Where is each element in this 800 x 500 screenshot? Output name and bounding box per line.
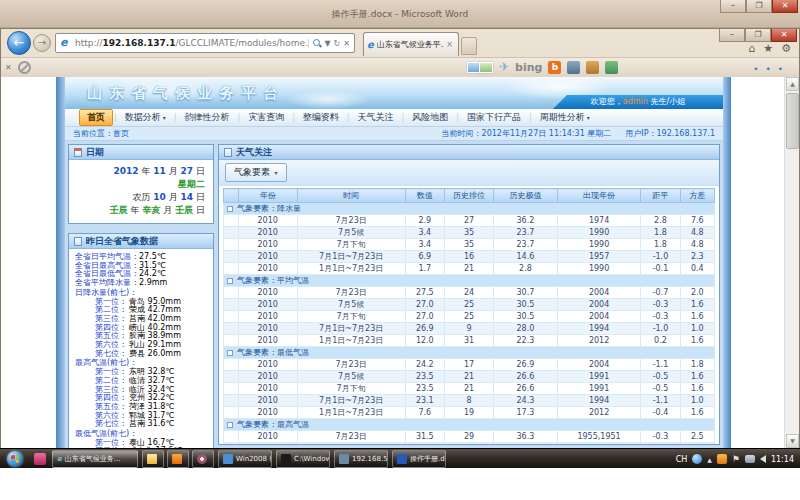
ie-close-button[interactable]: ✕ [771, 29, 797, 42]
webcam-icon[interactable] [567, 61, 580, 74]
nav-item-4[interactable]: 灾害查询 [241, 110, 291, 125]
table-row[interactable]: 20107月5候27.02530.52004-0.31.6 [224, 299, 715, 311]
taskbar-window-button[interactable]: Win2008 (VS2... [218, 450, 272, 468]
refresh-icon[interactable]: ↻ [334, 39, 341, 48]
speaker-icon[interactable] [760, 455, 766, 463]
chevron-down-icon: ▾ [163, 114, 166, 121]
element-dropdown-button[interactable]: 气象要素 ▾ [225, 163, 287, 182]
window-icon [339, 454, 349, 464]
taskbar-app-icon[interactable] [34, 453, 46, 465]
tray-expand-icon[interactable]: ▲ [707, 456, 712, 463]
nav-item-9[interactable]: 周期性分析▾ [533, 110, 597, 125]
back-button[interactable]: ← [7, 31, 31, 55]
nav-item-3[interactable]: 韵律性分析 [177, 110, 236, 125]
column-header: 时间 [297, 189, 405, 203]
new-tab-button[interactable] [461, 37, 477, 55]
table-row[interactable]: 20107月5候3.43523.719901.84.8 [224, 227, 715, 239]
taskbar-ie-button[interactable]: e 山东省气候业务... [52, 450, 138, 468]
nav-separator: | [174, 113, 177, 122]
scroll-down-icon[interactable]: ▼ [786, 434, 799, 448]
nav-item-7[interactable]: 风险地图 [405, 110, 455, 125]
column-header: 方差 [680, 189, 714, 203]
ie-icon: e [57, 455, 62, 463]
table-row[interactable]: 20107月5候23.52126.61991-0.51.6 [224, 371, 715, 383]
table-row[interactable]: 20107月1日~7月23日23.1824.31994-1.11.0 [224, 395, 715, 407]
table-row[interactable]: 20107月5候31.42535.31951-0.31.9 [224, 443, 715, 446]
start-button[interactable] [7, 451, 23, 467]
ie-minimize-button[interactable]: – [719, 29, 745, 42]
nav-item-1[interactable]: 首页 [79, 109, 113, 126]
taskbar: e 山东省气候业务... Win2008 (VS2...C:\Windows\s… [0, 448, 800, 468]
people-icon[interactable] [605, 61, 618, 74]
word-close-button[interactable]: ✕ [772, 0, 798, 13]
tab-title[interactable]: 山东省气候业务平... [377, 39, 445, 50]
nav-separator: | [529, 113, 532, 122]
window-icon [281, 454, 291, 464]
tray-update-icon[interactable] [717, 454, 727, 464]
table-row[interactable]: 20107月1日~7月23日26.9928.01994-1.01.0 [224, 323, 715, 335]
rank-item: 第七位：费县 26.0mm [75, 350, 209, 359]
taskbar-window-button[interactable]: 操作手册.docx ... [392, 450, 446, 468]
nav-separator: | [292, 113, 295, 122]
site-title: 山东省气候业务平台 [87, 84, 285, 103]
search-icon[interactable] [313, 39, 321, 47]
table-row[interactable]: 20107月23日2.92736.219742.87.6 [224, 215, 715, 227]
nav-item-5[interactable]: 整编资料 [296, 110, 346, 125]
messenger-icon[interactable]: b [548, 61, 561, 74]
table-group-row: 气象要素：平均气温 [224, 275, 715, 287]
table-row[interactable]: 20101月1日~7月23日12.03122.320120.21.6 [224, 335, 715, 347]
settings-gear-icon[interactable]: ⚙ [781, 42, 791, 55]
group-checkbox[interactable] [227, 422, 233, 428]
table-row[interactable]: 20101月1日~7月23日1.7212.81990-0.10.4 [224, 263, 715, 275]
word-restore-button[interactable]: ❐ [746, 0, 772, 13]
group-checkbox[interactable] [227, 278, 233, 284]
table-row[interactable]: 20107月23日24.21726.92004-1.11.8 [224, 359, 715, 371]
taskbar-pinned-button[interactable] [192, 450, 214, 468]
scroll-up-icon[interactable]: ▲ [786, 77, 799, 91]
browser-action-icons: ⌂ ★ ⚙ [748, 42, 791, 55]
taskbar-window-button[interactable]: C:\Windows\s... [276, 450, 330, 468]
group-checkbox[interactable] [227, 206, 233, 212]
username: admin [623, 97, 648, 106]
favorites-star-icon[interactable]: ★ [763, 42, 773, 55]
language-indicator[interactable]: CH [676, 455, 688, 464]
table-row[interactable]: 20107月下旬3.43523.719901.84.8 [224, 239, 715, 251]
browser-tab[interactable]: e 山东省气候业务平... × [363, 32, 459, 56]
nav-item-6[interactable]: 天气关注 [351, 110, 401, 125]
network-icon[interactable] [745, 455, 755, 463]
ie-restore-button[interactable]: ❐ [745, 29, 771, 42]
taskbar-pinned-button[interactable] [167, 450, 189, 468]
word-minimize-button[interactable]: – [720, 0, 746, 13]
photo-thumbnail-icon[interactable] [479, 62, 493, 73]
vertical-scrollbar[interactable]: ▲ ▼ [784, 77, 799, 448]
table-row[interactable]: 20107月23日31.52936.31955,1951-0.32.5 [224, 431, 715, 443]
stop-icon[interactable]: ✕ [343, 39, 350, 48]
taskbar-explorer-button[interactable] [142, 450, 164, 468]
chevron-down-icon[interactable]: ▼ [324, 39, 330, 48]
blocked-icon[interactable] [18, 61, 31, 74]
nav-item-8[interactable]: 国家下行产品 [460, 110, 528, 125]
action-center-flag-icon[interactable]: ⚑ [732, 454, 740, 464]
more-options-icon[interactable]: • • • [753, 64, 785, 74]
table-row[interactable]: 20107月23日27.52430.72004-0.72.0 [224, 287, 715, 299]
url-text[interactable]: http://192.168.137.1/GLCCLIMATE/modules/… [75, 38, 308, 48]
clock[interactable]: 11:14 [771, 455, 796, 464]
bing-logo[interactable]: bing [515, 61, 542, 74]
tray-app-icon[interactable] [692, 454, 702, 464]
rank-item: 第七位：莒南 31.6℃ [75, 420, 209, 429]
paw-icon[interactable] [586, 61, 599, 74]
address-bar[interactable]: e http://192.168.137.1/GLCCLIMATE/module… [55, 33, 355, 53]
table-row[interactable]: 20101月1日~7月23日7.61917.32012-0.41.6 [224, 407, 715, 419]
home-icon[interactable]: ⌂ [748, 42, 755, 55]
addon-close-icon[interactable]: ✕ [5, 63, 12, 72]
group-checkbox[interactable] [227, 350, 233, 356]
tab-close-icon[interactable]: × [444, 40, 455, 49]
nav-item-2[interactable]: 数据分析▾ [118, 110, 173, 125]
table-row[interactable]: 20107月1日~7月23日6.91614.61957-1.02.3 [224, 251, 715, 263]
forward-button[interactable]: → [33, 34, 51, 52]
table-row[interactable]: 20107月下旬27.02530.52004-0.31.6 [224, 311, 715, 323]
table-row[interactable]: 20107月下旬23.52126.61991-0.51.6 [224, 383, 715, 395]
taskbar-window-button[interactable]: 192.168.59.99... [334, 450, 388, 468]
send-plane-icon[interactable]: ✈ [499, 60, 509, 74]
scrollbar-thumb[interactable] [786, 93, 799, 149]
